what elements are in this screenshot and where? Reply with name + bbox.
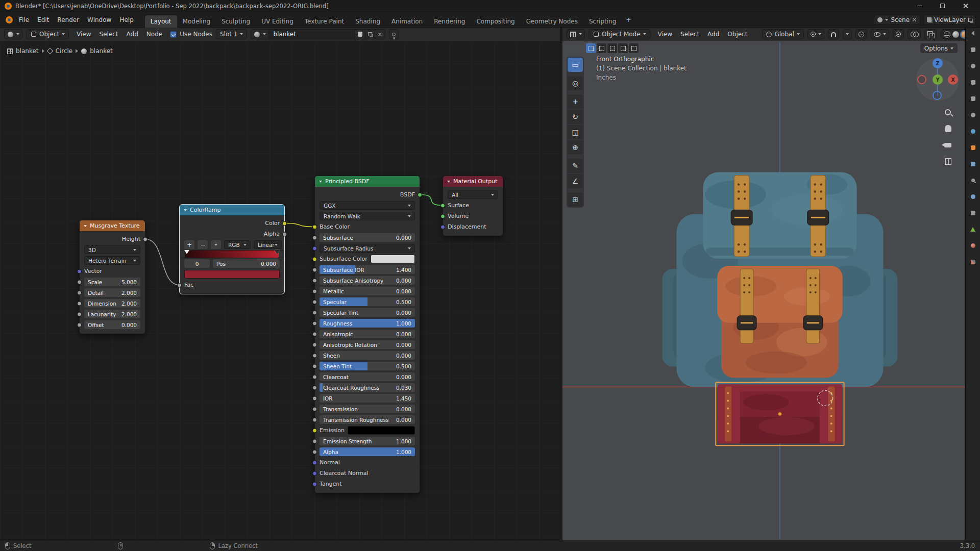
breadcrumb-material[interactable]: blanket bbox=[90, 47, 113, 55]
detail-slider[interactable]: Detail2.000 bbox=[84, 288, 140, 297]
menu-item[interactable]: Edit bbox=[33, 15, 53, 25]
gizmo-x-negative[interactable] bbox=[917, 75, 926, 84]
principled-specular-tint-socket[interactable] bbox=[312, 310, 317, 315]
menu-item[interactable]: Select bbox=[676, 29, 703, 39]
use-nodes-checkbox[interactable]: Use Nodes bbox=[170, 31, 212, 38]
musgrave-offset-socket[interactable] bbox=[77, 322, 82, 327]
emission-strength-slider[interactable]: Emission Strength1.000 bbox=[320, 437, 415, 445]
subsurface-anisotropy-slider[interactable]: Subsurface Anisotropy0.000 bbox=[320, 276, 415, 285]
principled-subsurface-ior-socket[interactable] bbox=[312, 267, 317, 272]
properties-tab-object-data[interactable] bbox=[967, 224, 978, 234]
workspace-tab[interactable]: Animation bbox=[386, 15, 428, 28]
pivot-point-dropdown[interactable] bbox=[807, 29, 824, 39]
principled-sheen-tint-socket[interactable] bbox=[312, 364, 317, 368]
collapse-icon[interactable] bbox=[319, 181, 322, 183]
principled-specular-socket[interactable] bbox=[312, 299, 317, 304]
collapse-icon[interactable] bbox=[184, 209, 187, 211]
musgrave-texture-node[interactable]: Musgrave TextureHeight3DHetero TerrainVe… bbox=[79, 220, 145, 334]
expand-properties-icon[interactable] bbox=[971, 31, 974, 36]
remove-stop-button[interactable]: − bbox=[198, 240, 208, 249]
emission-swatch[interactable] bbox=[348, 426, 415, 435]
stop-position-slider[interactable]: Pos0.000 bbox=[213, 259, 280, 268]
xray-toggle[interactable] bbox=[924, 29, 937, 39]
breadcrumb-data[interactable]: Circle bbox=[56, 47, 73, 55]
object-visibility-dropdown[interactable] bbox=[871, 29, 889, 39]
show-gizmo-toggle[interactable] bbox=[893, 29, 904, 39]
transmission-roughness-slider[interactable]: Transmission Roughness0.000 bbox=[320, 415, 415, 424]
gizmo-x-axis[interactable]: X bbox=[948, 74, 958, 85]
unlink-material-button[interactable] bbox=[375, 29, 385, 39]
select-mode-invert[interactable] bbox=[618, 43, 628, 53]
menu-item[interactable]: View bbox=[654, 29, 676, 39]
roughness-slider[interactable]: Roughness1.000 bbox=[320, 319, 415, 328]
menu-item[interactable]: Object bbox=[723, 29, 751, 39]
subsurface-radius-dropdown[interactable]: Subsurface Radius bbox=[320, 244, 415, 253]
specular-tint-slider[interactable]: Specular Tint0.000 bbox=[320, 308, 415, 317]
new-material-button[interactable] bbox=[365, 29, 375, 39]
transmission-slider[interactable]: Transmission0.000 bbox=[320, 405, 415, 413]
workspace-tab[interactable]: Modeling bbox=[177, 15, 216, 28]
close-button[interactable] bbox=[954, 0, 977, 12]
principled-emission-socket[interactable] bbox=[312, 428, 317, 433]
solid-shading-button[interactable] bbox=[952, 31, 959, 38]
maximize-button[interactable] bbox=[931, 0, 954, 12]
stop-index-field[interactable]: 0 bbox=[184, 259, 210, 268]
camera-view-button[interactable] bbox=[942, 139, 953, 151]
material-slot-dropdown[interactable]: Slot 1 bbox=[216, 29, 247, 39]
pan-button[interactable] bbox=[942, 123, 953, 134]
color-stop-swatch[interactable] bbox=[184, 270, 280, 279]
tool-annotate[interactable]: ✎ bbox=[568, 159, 583, 173]
material-name-field[interactable]: blanket bbox=[268, 29, 355, 39]
musgrave-height-socket[interactable] bbox=[143, 237, 148, 241]
properties-tab-texture[interactable] bbox=[967, 257, 978, 266]
tool-add-cube[interactable]: ⊞ bbox=[568, 192, 583, 207]
workspace-tab[interactable]: Rendering bbox=[428, 15, 471, 28]
principled-roughness-socket[interactable] bbox=[312, 321, 317, 325]
musgrave-dimension-socket[interactable] bbox=[77, 301, 82, 306]
ramp-options-dropdown[interactable] bbox=[211, 240, 221, 249]
dimension-slider[interactable]: Dimension2.000 bbox=[84, 299, 140, 308]
workspace-tab[interactable]: Scripting bbox=[583, 15, 622, 28]
ramp-stop-0[interactable] bbox=[184, 250, 189, 254]
principled-clearcoat-socket[interactable] bbox=[312, 374, 317, 379]
editor-type-selector[interactable] bbox=[4, 29, 22, 39]
output-node-header[interactable]: Material Output bbox=[443, 176, 503, 187]
interpolation-dropdown[interactable]: Linear bbox=[254, 240, 282, 249]
menu-item[interactable]: View bbox=[72, 29, 95, 39]
principled-base-color-socket[interactable] bbox=[312, 224, 317, 229]
principled-subsurface-anisotropy-socket[interactable] bbox=[312, 278, 317, 283]
fake-user-button[interactable] bbox=[355, 29, 365, 39]
snap-settings-dropdown[interactable] bbox=[843, 29, 852, 39]
properties-tab-scene[interactable] bbox=[967, 110, 978, 119]
add-workspace-button[interactable]: + bbox=[622, 14, 635, 26]
principled-metallic-socket[interactable] bbox=[312, 289, 317, 293]
properties-tab-object[interactable] bbox=[967, 143, 978, 152]
zoom-button[interactable] bbox=[942, 107, 953, 118]
menu-item[interactable]: Select bbox=[95, 29, 122, 39]
editor-type-selector[interactable] bbox=[567, 29, 585, 39]
gizmo-z-negative[interactable] bbox=[933, 91, 942, 100]
musgrave-node-header[interactable]: Musgrave Texture bbox=[80, 220, 145, 231]
navigation-gizmo[interactable]: Y X Z bbox=[916, 58, 959, 101]
collapse-icon[interactable] bbox=[84, 225, 87, 227]
workspace-tab[interactable]: Compositing bbox=[471, 15, 520, 28]
properties-tab-tool[interactable] bbox=[967, 45, 978, 54]
musgrave-scale-socket[interactable] bbox=[77, 280, 82, 284]
anisotropic-rotation-slider[interactable]: Anisotropic Rotation0.000 bbox=[320, 340, 415, 349]
wireframe-shading-button[interactable] bbox=[944, 31, 950, 38]
menu-item[interactable]: Render bbox=[53, 15, 83, 25]
menu-item[interactable]: Add bbox=[122, 29, 142, 39]
metallic-slider[interactable]: Metallic0.000 bbox=[320, 287, 415, 295]
principled-subsurface-socket[interactable] bbox=[312, 235, 317, 240]
ramp-stop-1[interactable] bbox=[275, 250, 280, 254]
toggle-ortho-button[interactable] bbox=[942, 156, 953, 167]
gizmo-z-axis[interactable]: Z bbox=[933, 58, 943, 68]
proportional-edit-toggle[interactable] bbox=[855, 29, 867, 39]
principled-subsurface-radius-socket[interactable] bbox=[312, 246, 317, 251]
minimize-button[interactable] bbox=[908, 0, 931, 12]
shader-type-dropdown[interactable]: Object bbox=[26, 29, 69, 39]
principled-clearcoat-normal-socket[interactable] bbox=[312, 471, 317, 475]
output-surface-socket[interactable] bbox=[440, 203, 445, 208]
subsurface-ior-slider[interactable]: Subsurface IOR1.400 bbox=[320, 265, 415, 274]
show-overlays-toggle[interactable] bbox=[908, 29, 921, 39]
